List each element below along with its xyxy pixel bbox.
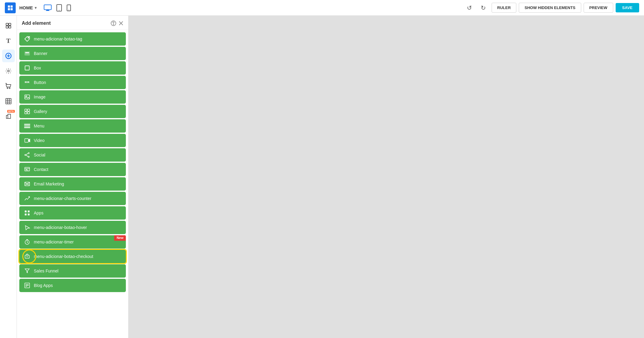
- text-icon: T: [6, 37, 11, 45]
- canvas-area: [129, 16, 644, 338]
- svg-line-51: [26, 155, 28, 156]
- svg-rect-21: [6, 98, 11, 104]
- menu-adicionar-botao-tag-label: menu-adicionar-botao-tag: [34, 37, 82, 41]
- svg-rect-33: [25, 66, 29, 70]
- svg-rect-46: [25, 139, 28, 142]
- element-btn-button[interactable]: Button: [19, 76, 126, 89]
- sidebar-item-grid[interactable]: [2, 95, 15, 108]
- box-label: Box: [34, 66, 41, 70]
- element-btn-menu-adicionar-botao-tag[interactable]: menu-adicionar-botao-tag: [19, 32, 126, 46]
- svg-rect-36: [25, 83, 30, 83]
- menu-adicionar-timer-label: menu-adicionar-timer: [34, 240, 74, 244]
- svg-point-18: [8, 70, 9, 72]
- element-btn-menu-adicionar-botao-hover[interactable]: menu-adicionar-botao-hover: [19, 221, 126, 234]
- svg-rect-39: [25, 109, 27, 111]
- desktop-device-btn[interactable]: [44, 5, 52, 11]
- element-btn-menu-adicionar-charts-counter[interactable]: menu-adicionar-charts-counter: [19, 192, 126, 205]
- element-btn-banner[interactable]: Banner: [19, 47, 126, 60]
- menu-icon: [24, 122, 31, 130]
- video-icon: [24, 137, 31, 144]
- menu-adicionar-charts-counter-icon: [24, 195, 31, 202]
- app-logo: [5, 2, 16, 13]
- svg-point-47: [28, 153, 29, 154]
- panel-help-button[interactable]: [111, 21, 116, 26]
- element-btn-menu-adicionar-botao-checkout[interactable]: menu-adicionar-botao-checkout: [19, 250, 126, 263]
- save-button[interactable]: SAVE: [616, 3, 639, 12]
- banner-icon: [24, 50, 31, 57]
- sales-funnel-label: Sales Funnel: [34, 269, 59, 273]
- sidebar-item-beta-apps[interactable]: BETA: [2, 110, 15, 123]
- home-dropdown[interactable]: HOME ▾: [19, 5, 37, 10]
- menu-adicionar-timer-icon: [24, 238, 31, 246]
- home-chevron: ▾: [35, 6, 37, 10]
- element-btn-menu[interactable]: Menu: [19, 119, 126, 133]
- menu-adicionar-botao-hover-label: menu-adicionar-botao-hover: [34, 225, 87, 230]
- svg-rect-45: [24, 127, 30, 128]
- svg-point-19: [7, 88, 8, 89]
- svg-rect-3: [11, 8, 13, 10]
- svg-rect-59: [25, 211, 27, 212]
- svg-point-20: [9, 88, 10, 89]
- element-btn-gallery[interactable]: Gallery: [19, 105, 126, 118]
- device-switcher: [44, 4, 71, 11]
- svg-rect-40: [27, 109, 30, 111]
- svg-rect-32: [25, 52, 29, 53]
- add-element-panel: Add element: [17, 16, 129, 338]
- element-btn-blog-apps[interactable]: Blog Apps: [19, 279, 126, 292]
- svg-rect-31: [25, 52, 30, 55]
- element-btn-sales-funnel[interactable]: Sales Funnel: [19, 264, 126, 278]
- svg-rect-12: [9, 23, 11, 25]
- ruler-button[interactable]: RULER: [492, 3, 517, 13]
- element-btn-contact[interactable]: Contact: [19, 163, 126, 176]
- sidebar-item-text[interactable]: T: [2, 34, 15, 47]
- element-btn-email-marketing[interactable]: Email Marketing: [19, 177, 126, 191]
- apps-label: Apps: [34, 211, 43, 215]
- button-icon: [24, 79, 31, 86]
- topbar-right: ↺ ↻ RULER SHOW HIDDEN ELEMENTS PREVIEW S…: [464, 2, 639, 14]
- button-label: Button: [34, 80, 46, 85]
- svg-rect-52: [25, 167, 30, 171]
- apps-icon: [24, 209, 31, 217]
- email-marketing-icon: [24, 180, 31, 188]
- menu-adicionar-botao-tag-icon: [24, 35, 31, 43]
- tablet-device-btn[interactable]: [56, 4, 62, 11]
- topbar: HOME ▾ ↺ ↻ RULER SHOW HIDDEN ELEM: [0, 0, 644, 16]
- sidebar-item-settings[interactable]: [2, 65, 15, 77]
- sidebar-icons: T: [0, 16, 17, 338]
- social-icon: [24, 151, 31, 159]
- element-btn-menu-adicionar-timer[interactable]: menu-adicionar-timer New: [19, 235, 126, 249]
- svg-rect-34: [25, 82, 27, 82]
- element-btn-box[interactable]: Box: [19, 61, 126, 75]
- home-label: HOME: [19, 5, 33, 10]
- panel-close-button[interactable]: [119, 21, 123, 26]
- svg-rect-61: [25, 214, 27, 215]
- svg-rect-44: [24, 126, 30, 127]
- element-btn-video[interactable]: Video: [19, 134, 126, 147]
- element-btn-image[interactable]: Image: [19, 90, 126, 104]
- svg-line-50: [26, 153, 28, 155]
- redo-button[interactable]: ↻: [478, 2, 489, 14]
- menu-adicionar-botao-checkout-icon: [24, 253, 31, 260]
- svg-rect-13: [6, 26, 8, 28]
- blog-apps-label: Blog Apps: [34, 283, 53, 288]
- sidebar-item-store[interactable]: [2, 80, 15, 92]
- panel-header-icons: [111, 21, 123, 26]
- sidebar-item-layers[interactable]: [2, 19, 15, 32]
- svg-point-8: [59, 10, 59, 11]
- preview-button[interactable]: PREVIEW: [584, 3, 613, 13]
- menu-adicionar-charts-counter-label: menu-adicionar-charts-counter: [34, 196, 91, 201]
- svg-rect-37: [25, 95, 30, 99]
- element-btn-social[interactable]: Social: [19, 148, 126, 162]
- sidebar-item-add-element[interactable]: [2, 50, 15, 62]
- svg-rect-11: [6, 23, 8, 25]
- image-icon: [24, 93, 31, 101]
- menu-adicionar-botao-checkout-label: menu-adicionar-botao-checkout: [34, 254, 93, 259]
- show-hidden-button[interactable]: SHOW HIDDEN ELEMENTS: [519, 3, 581, 13]
- svg-rect-14: [9, 26, 11, 28]
- undo-button[interactable]: ↺: [464, 2, 475, 14]
- mobile-device-btn[interactable]: [67, 5, 71, 11]
- svg-rect-41: [25, 112, 27, 114]
- main-layout: T: [0, 16, 644, 338]
- svg-point-10: [69, 10, 69, 10]
- element-btn-apps[interactable]: Apps: [19, 206, 126, 220]
